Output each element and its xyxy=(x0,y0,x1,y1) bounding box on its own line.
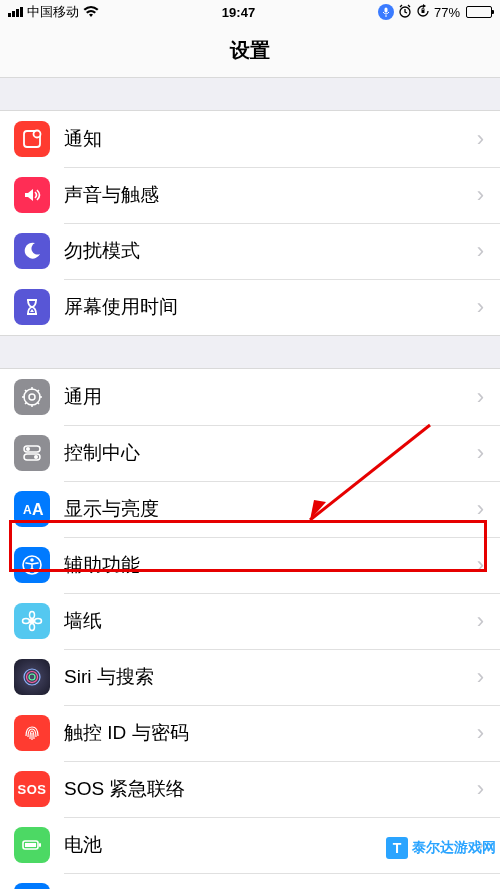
alarm-icon xyxy=(398,4,412,21)
chevron-right-icon: › xyxy=(477,608,484,634)
svg-rect-32 xyxy=(39,843,41,847)
chevron-right-icon: › xyxy=(477,496,484,522)
chevron-right-icon: › xyxy=(477,182,484,208)
gear-icon xyxy=(14,379,50,415)
battery-icon xyxy=(14,827,50,863)
page-title: 设置 xyxy=(230,37,270,64)
wifi-icon xyxy=(83,6,99,18)
fingerprint-icon xyxy=(14,715,50,751)
row-general[interactable]: 通用 › xyxy=(0,369,500,425)
moon-icon xyxy=(14,233,50,269)
chevron-right-icon: › xyxy=(477,720,484,746)
battery-percent: 77% xyxy=(434,5,460,20)
row-label: Siri 与搜索 xyxy=(64,664,471,690)
row-label: 勿扰模式 xyxy=(64,238,471,264)
row-label: 屏幕使用时间 xyxy=(64,294,471,320)
chevron-right-icon: › xyxy=(477,384,484,410)
svg-point-24 xyxy=(30,612,35,619)
status-time: 19:47 xyxy=(222,5,255,20)
svg-rect-2 xyxy=(421,10,424,13)
row-accessibility[interactable]: 辅助功能 › xyxy=(0,537,500,593)
sos-icon: SOS xyxy=(14,771,50,807)
row-label: 通知 xyxy=(64,126,471,152)
accessibility-icon xyxy=(14,547,50,583)
signal-icon xyxy=(8,7,23,17)
nav-header: 设置 xyxy=(0,24,500,78)
svg-point-4 xyxy=(34,131,41,138)
settings-group-2: 通用 › 控制中心 › AA 显示与亮度 › 辅助功能 › 墙纸 › Siri … xyxy=(0,368,500,889)
row-label: SOS 紧急联络 xyxy=(64,776,471,802)
svg-point-6 xyxy=(29,394,35,400)
chevron-right-icon: › xyxy=(477,552,484,578)
row-notifications[interactable]: 通知 › xyxy=(0,111,500,167)
status-right: 77% xyxy=(378,4,492,21)
svg-point-30 xyxy=(29,674,35,680)
hand-icon xyxy=(14,883,50,889)
row-label: 墙纸 xyxy=(64,608,471,634)
svg-text:A: A xyxy=(23,503,32,517)
svg-point-25 xyxy=(30,624,35,631)
row-touchid[interactable]: 触控 ID 与密码 › xyxy=(0,705,500,761)
row-label: 显示与亮度 xyxy=(64,496,471,522)
chevron-right-icon: › xyxy=(477,776,484,802)
svg-text:A: A xyxy=(32,501,44,518)
row-control-center[interactable]: 控制中心 › xyxy=(0,425,500,481)
svg-point-29 xyxy=(27,672,38,683)
row-label: 声音与触感 xyxy=(64,182,471,208)
row-screentime[interactable]: 屏幕使用时间 › xyxy=(0,279,500,335)
chevron-right-icon: › xyxy=(477,126,484,152)
chevron-right-icon: › xyxy=(477,238,484,264)
row-wallpaper[interactable]: 墙纸 › xyxy=(0,593,500,649)
notifications-icon xyxy=(14,121,50,157)
svg-point-26 xyxy=(23,619,30,624)
row-siri[interactable]: Siri 与搜索 › xyxy=(0,649,500,705)
watermark: T 泰尔达游戏网 xyxy=(386,837,496,859)
row-sounds[interactable]: 声音与触感 › xyxy=(0,167,500,223)
group-gap xyxy=(0,78,500,110)
svg-rect-0 xyxy=(384,8,387,13)
text-size-icon: AA xyxy=(14,491,50,527)
svg-point-27 xyxy=(35,619,42,624)
voice-icon xyxy=(378,4,394,20)
svg-point-16 xyxy=(26,447,30,451)
watermark-text: 泰尔达游戏网 xyxy=(412,839,496,857)
orientation-lock-icon xyxy=(416,4,430,21)
group-gap xyxy=(0,336,500,368)
svg-point-22 xyxy=(30,558,34,562)
row-sos[interactable]: SOS SOS 紧急联络 › xyxy=(0,761,500,817)
row-label: 触控 ID 与密码 xyxy=(64,720,471,746)
status-left: 中国移动 xyxy=(8,3,99,21)
switches-icon xyxy=(14,435,50,471)
sounds-icon xyxy=(14,177,50,213)
flower-icon xyxy=(14,603,50,639)
row-display[interactable]: AA 显示与亮度 › xyxy=(0,481,500,537)
row-label: 辅助功能 xyxy=(64,552,471,578)
chevron-right-icon: › xyxy=(477,294,484,320)
hourglass-icon xyxy=(14,289,50,325)
row-privacy[interactable]: 隐私 › xyxy=(0,873,500,889)
row-label: 控制中心 xyxy=(64,440,471,466)
settings-group-1: 通知 › 声音与触感 › 勿扰模式 › 屏幕使用时间 › xyxy=(0,110,500,336)
row-label: 通用 xyxy=(64,384,471,410)
watermark-logo: T xyxy=(386,837,408,859)
battery-icon xyxy=(466,6,492,18)
svg-point-18 xyxy=(34,455,38,459)
chevron-right-icon: › xyxy=(477,440,484,466)
status-bar: 中国移动 19:47 77% xyxy=(0,0,500,24)
chevron-right-icon: › xyxy=(477,664,484,690)
carrier-label: 中国移动 xyxy=(27,3,79,21)
svg-rect-33 xyxy=(25,843,36,847)
siri-icon xyxy=(14,659,50,695)
row-dnd[interactable]: 勿扰模式 › xyxy=(0,223,500,279)
